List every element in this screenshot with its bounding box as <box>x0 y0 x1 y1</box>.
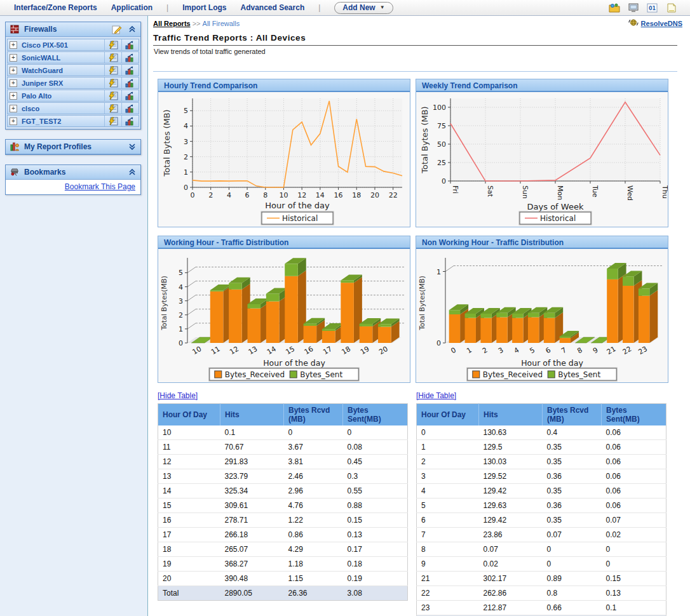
table-cell: 26.36 <box>284 586 343 601</box>
svg-text:75: 75 <box>437 122 446 130</box>
table-cell: 0 <box>343 425 408 440</box>
device-reports-icon[interactable] <box>121 77 139 88</box>
table-cell: 9 <box>417 557 479 572</box>
device-logs-icon[interactable] <box>104 77 121 88</box>
table-cell: 0.07 <box>602 513 666 528</box>
device-name-link[interactable]: Palo Alto <box>17 92 104 100</box>
device-logs-icon[interactable] <box>104 116 121 126</box>
table-cell: 23.86 <box>479 528 543 542</box>
table-cell: 0 <box>602 542 666 557</box>
svg-text:12: 12 <box>297 191 306 199</box>
svg-text:20: 20 <box>370 191 379 199</box>
expand-plus-icon[interactable]: + <box>10 41 17 49</box>
firewalls-panel-title: Firewalls <box>24 25 57 34</box>
device-name-link[interactable]: FGT_TEST2 <box>17 117 104 125</box>
nav-interface-zone-reports[interactable]: Interface/Zone Reports <box>14 3 97 12</box>
device-logs-icon[interactable] <box>104 39 121 50</box>
svg-text:0: 0 <box>184 184 188 192</box>
svg-text:Bytes_Sent: Bytes_Sent <box>300 370 342 379</box>
hide-table-link-working[interactable]: [Hide Table] <box>158 391 198 400</box>
bookmarks-title: Bookmarks <box>24 168 65 177</box>
expand-plus-icon[interactable]: + <box>10 92 17 100</box>
svg-text:3: 3 <box>184 138 188 146</box>
firewall-device-list: +Cisco PIX-501+SonicWALL+WatchGuard+Juni… <box>6 37 140 129</box>
device-name-link[interactable]: Cisco PIX-501 <box>17 41 104 49</box>
table-total-row: Total2890.0526.363.08 <box>158 586 408 601</box>
expand-plus-icon[interactable]: + <box>10 67 17 74</box>
table-cell: 0.06 <box>602 499 666 513</box>
nav-import-logs[interactable]: Import Logs <box>182 3 226 12</box>
device-name-link[interactable]: Juniper SRX <box>17 79 104 87</box>
nav-application[interactable]: Application <box>111 3 152 12</box>
svg-text:Tue: Tue <box>591 185 599 198</box>
table-cell: 21 <box>417 572 479 586</box>
printer-icon[interactable] <box>627 3 639 13</box>
table-cell: 3 <box>417 469 479 484</box>
svg-text:Mon: Mon <box>556 185 564 200</box>
table-cell: 0.02 <box>479 557 543 572</box>
my-report-profiles-header: My Report Profiles <box>6 140 140 154</box>
expand-plus-icon[interactable]: + <box>10 105 17 112</box>
device-logs-icon[interactable] <box>104 90 121 101</box>
device-name-link[interactable]: WatchGuard <box>17 67 104 74</box>
svg-text:5: 5 <box>179 269 183 277</box>
device-name-link[interactable]: SonicWALL <box>17 54 104 62</box>
device-logs-icon[interactable] <box>104 52 121 63</box>
report-document-icon[interactable] <box>665 3 677 13</box>
add-new-button[interactable]: Add New ▼ <box>334 2 393 14</box>
edit-icon[interactable] <box>111 24 123 34</box>
table-row: 0130.630.40.06 <box>417 425 666 440</box>
expand-plus-icon[interactable]: + <box>10 79 17 87</box>
device-reports-icon[interactable] <box>121 90 139 101</box>
device-reports-icon[interactable] <box>121 116 139 126</box>
table-cell: 4.29 <box>284 542 343 557</box>
svg-text:4: 4 <box>184 122 188 130</box>
table-cell: 1.15 <box>284 572 343 586</box>
raw-logs-icon[interactable]: 01 <box>646 3 658 13</box>
column-header: Hour Of Day <box>158 404 220 426</box>
collapse-double-up-icon[interactable] <box>126 167 138 177</box>
device-reports-icon[interactable] <box>121 52 139 63</box>
device-name-link[interactable]: clsco <box>17 105 104 112</box>
device-reports-icon[interactable] <box>121 65 139 76</box>
table-cell: 11 <box>158 440 220 455</box>
collapse-double-up-icon[interactable] <box>126 24 138 34</box>
table-cell: 23 <box>417 601 479 615</box>
bookmark-this-page-link[interactable]: Bookmark This Page <box>65 182 135 191</box>
table-row: 1129.50.350.06 <box>417 440 666 455</box>
svg-text:11: 11 <box>210 345 222 356</box>
svg-text:6: 6 <box>245 191 250 199</box>
svg-text:4: 4 <box>513 346 521 356</box>
table-cell: 0.3 <box>343 469 408 484</box>
table-cell: 0.15 <box>602 572 666 586</box>
table-row: 19368.271.180.18 <box>158 557 408 572</box>
device-reports-icon[interactable] <box>121 103 139 114</box>
svg-text:2: 2 <box>481 346 489 356</box>
report-profiles-icon <box>9 142 20 152</box>
table-cell: 325.34 <box>220 484 284 499</box>
device-reports-icon[interactable] <box>121 39 139 50</box>
expand-double-down-icon[interactable] <box>126 142 138 152</box>
table-cell: 278.71 <box>220 513 284 528</box>
table-cell: 0.19 <box>343 572 408 586</box>
table-row: 2130.030.350.06 <box>417 455 666 469</box>
table-cell: 0.88 <box>343 499 408 513</box>
svg-text:Bytes_Sent: Bytes_Sent <box>558 370 600 379</box>
column-header: Hits <box>220 404 284 426</box>
breadcrumb-all-reports-link[interactable]: All Reports <box>153 20 191 27</box>
svg-text:12: 12 <box>228 345 240 356</box>
table-cell: 22 <box>417 586 479 601</box>
expand-plus-icon[interactable]: + <box>10 54 17 62</box>
resolve-dns-link[interactable]: ResolveDNS <box>641 20 682 27</box>
nav-advanced-search[interactable]: Advanced Search <box>241 3 305 12</box>
table-cell: 0.4 <box>543 425 602 440</box>
export-folder-icon[interactable] <box>608 3 620 13</box>
table-cell: 17 <box>158 528 220 542</box>
expand-plus-icon[interactable]: + <box>10 117 17 125</box>
svg-text:4: 4 <box>179 283 183 291</box>
device-logs-icon[interactable] <box>104 103 121 114</box>
table-cell: 0.06 <box>602 484 666 499</box>
hide-table-link-non-working[interactable]: [Hide Table] <box>416 391 456 400</box>
table-row: 21302.170.890.15 <box>417 572 666 586</box>
device-logs-icon[interactable] <box>104 65 121 76</box>
